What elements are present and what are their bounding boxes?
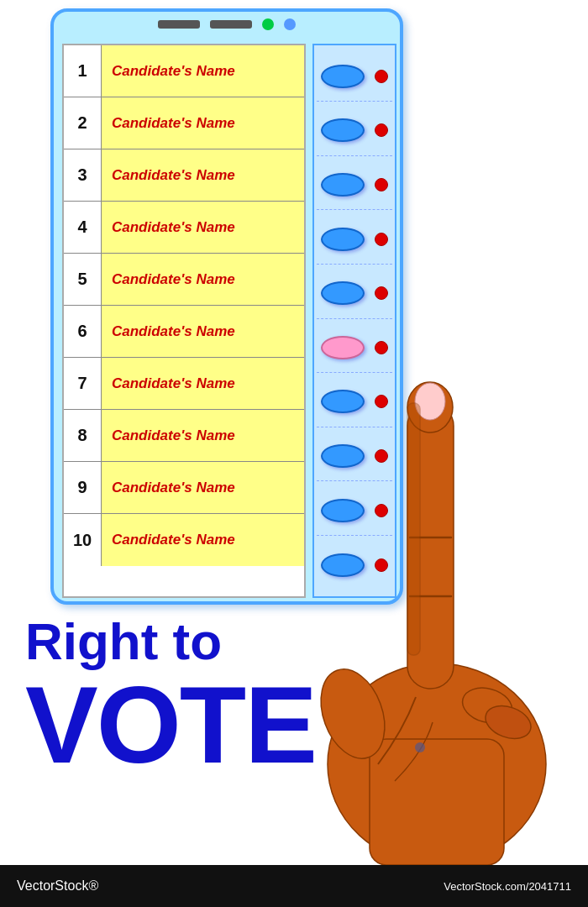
ballot-row[interactable]: 1Candidate's Name xyxy=(64,45,304,97)
candidate-number: 10 xyxy=(64,514,102,566)
candidate-number: 5 xyxy=(64,254,102,305)
vote-button[interactable] xyxy=(321,173,365,197)
svg-rect-7 xyxy=(407,403,420,655)
ballot-row[interactable]: 6Candidate's Name xyxy=(64,306,304,358)
footer: VectorStock® VectorStock.com/2041711 xyxy=(0,865,588,907)
button-row xyxy=(317,51,392,102)
indicator-dot xyxy=(375,178,388,191)
ballot-row[interactable]: 7Candidate's Name xyxy=(64,358,304,410)
right-to-text: Right to xyxy=(25,613,403,670)
footer-brand-bold: Vector xyxy=(17,878,55,893)
vote-text: VOTE xyxy=(25,670,403,779)
evm-bar-rect xyxy=(158,20,200,29)
ballot-row[interactable]: 10Candidate's Name xyxy=(64,514,304,566)
candidate-name: Candidate's Name xyxy=(102,97,304,149)
ballot-panel: 1Candidate's Name2Candidate's Name3Candi… xyxy=(62,44,306,598)
vote-button[interactable] xyxy=(321,65,365,88)
footer-url: VectorStock.com/2041711 xyxy=(444,880,571,893)
candidate-name: Candidate's Name xyxy=(102,202,304,253)
candidate-name: Candidate's Name xyxy=(102,45,304,97)
indicator-dot xyxy=(375,70,388,83)
button-row xyxy=(317,214,392,265)
candidate-number: 8 xyxy=(64,410,102,461)
ballot-row[interactable]: 8Candidate's Name xyxy=(64,410,304,462)
main-area: 1Candidate's Name2Candidate's Name3Candi… xyxy=(0,0,588,865)
button-row xyxy=(317,160,392,210)
candidate-number: 2 xyxy=(64,97,102,149)
ballot-row[interactable]: 2Candidate's Name xyxy=(64,97,304,149)
candidate-number: 1 xyxy=(64,45,102,97)
evm-dot-green xyxy=(262,18,274,30)
footer-brand-normal: Stock xyxy=(55,878,88,893)
candidate-name: Candidate's Name xyxy=(102,358,304,409)
footer-brand: VectorStock® xyxy=(17,878,98,894)
candidate-name: Candidate's Name xyxy=(102,149,304,201)
evm-bar-rect-2 xyxy=(210,20,252,29)
candidate-name: Candidate's Name xyxy=(102,462,304,513)
candidate-name: Candidate's Name xyxy=(102,254,304,305)
ballot-row[interactable]: 5Candidate's Name xyxy=(64,254,304,306)
candidate-number: 4 xyxy=(64,202,102,253)
candidate-number: 3 xyxy=(64,149,102,201)
ballot-row[interactable]: 4Candidate's Name xyxy=(64,202,304,254)
button-row xyxy=(317,106,392,156)
candidate-number: 6 xyxy=(64,306,102,357)
ink-mark xyxy=(415,742,425,752)
indicator-dot xyxy=(375,123,388,137)
footer-trademark: ® xyxy=(88,878,98,893)
indicator-dot xyxy=(375,233,388,246)
ballot-row[interactable]: 3Candidate's Name xyxy=(64,149,304,202)
vote-button[interactable] xyxy=(321,118,365,142)
evm-dot-blue xyxy=(284,18,296,30)
candidate-number: 7 xyxy=(64,358,102,409)
candidate-number: 9 xyxy=(64,462,102,513)
ballot-row[interactable]: 9Candidate's Name xyxy=(64,462,304,514)
vote-button[interactable] xyxy=(321,228,365,251)
candidate-name: Candidate's Name xyxy=(102,514,304,566)
candidate-name: Candidate's Name xyxy=(102,410,304,461)
candidate-name: Candidate's Name xyxy=(102,306,304,357)
text-section: Right to VOTE xyxy=(0,613,403,779)
evm-top-bar xyxy=(54,12,400,37)
